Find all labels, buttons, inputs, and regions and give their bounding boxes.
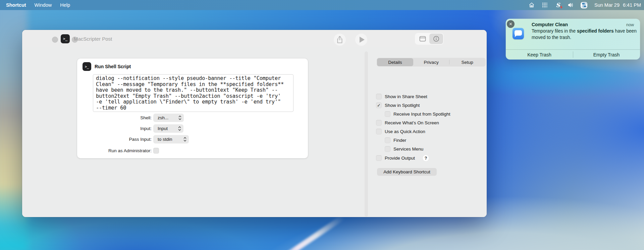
shell-label: Shell: (77, 115, 153, 120)
popup-chevrons-icon (183, 137, 186, 142)
popup-chevrons-icon (178, 115, 181, 120)
sidebar-tabs: Details Privacy Setup (377, 58, 486, 67)
empty-trash-button[interactable]: Empty Trash (573, 50, 640, 59)
option-show-in-spotlight[interactable]: ✓ Show in Spotlight (376, 102, 420, 108)
keep-trash-button[interactable]: Keep Trash (506, 50, 573, 59)
shortcut-app-icon: >_ (61, 34, 70, 43)
option-label: Show in Spotlight (385, 103, 420, 108)
share-button[interactable] (334, 34, 346, 46)
script-line: Clean" --message "Temporary files in the… (96, 82, 290, 88)
window-title: MacScripter Post (74, 30, 112, 47)
menu-bar: Shortcut Window Help S (0, 0, 644, 10)
share-icon (336, 36, 343, 44)
canvas-toggle-button[interactable] (416, 34, 429, 44)
canvas-scrollbar[interactable] (365, 51, 368, 217)
services-menu-checkbox[interactable]: ✓ (385, 146, 390, 152)
tab-setup[interactable]: Setup (449, 58, 485, 66)
pass-input-popup-value: to stdin (158, 137, 172, 142)
clock-date: Sun Mar 29 (594, 2, 620, 8)
desktop: Shortcut Window Help S (0, 0, 644, 250)
option-services-menu[interactable]: ✓ Services Menu (385, 146, 423, 152)
view-toggle-group (415, 33, 444, 45)
notification-timestamp: now (626, 23, 634, 27)
info-toggle-button[interactable] (429, 34, 443, 44)
option-label: Show in Share Sheet (385, 94, 427, 99)
popup-chevrons-icon (178, 126, 181, 131)
tab-details[interactable]: Details (377, 58, 413, 66)
option-receive-whats-on-screen[interactable]: ✓ Receive What’s On Screen (376, 120, 439, 126)
help-button[interactable]: ? (423, 155, 429, 161)
pass-input-popup[interactable]: to stdin (153, 135, 189, 143)
option-label: Finder (393, 138, 406, 143)
run-as-admin-label: Run as Administrator: (77, 148, 153, 153)
menu-shortcut[interactable]: Shortcut (6, 2, 26, 8)
option-label: Receive Input from Spotlight (393, 112, 450, 117)
messages-app-icon (513, 28, 524, 39)
option-label: Use as Quick Action (385, 129, 425, 134)
menu-help[interactable]: Help (60, 2, 70, 8)
run-as-admin-checkbox[interactable]: ✓ (153, 148, 159, 154)
script-line: button2text "Empty Trash" --button2actio… (96, 93, 290, 99)
clock-time: 6:41 PM (623, 2, 641, 8)
quick-action-checkbox[interactable]: ✓ (376, 129, 382, 134)
window-content: >_ Run Shell Script dialog --notificatio… (22, 47, 487, 217)
shell-popup[interactable]: zsh... (153, 114, 184, 122)
option-label: Services Menu (393, 147, 423, 152)
status-icons: S Sun Mar 29 6:41 PM (528, 2, 644, 8)
play-icon (360, 37, 365, 43)
script-line: dialog --notification --style pseudo-ban… (96, 76, 290, 82)
option-label: Provide Output (385, 156, 415, 161)
finder-checkbox[interactable]: ✓ (385, 137, 390, 143)
action-header: >_ Run Shell Script (83, 62, 131, 71)
input-popup-value: Input (158, 126, 168, 131)
chat-bubble-icon (515, 30, 522, 36)
s-bolt-icon[interactable]: S (554, 2, 561, 8)
notification-body: Temporary files in the specified folders… (532, 28, 637, 41)
close-window-button[interactable] (52, 37, 58, 43)
shell-script-icon: >_ (83, 62, 91, 71)
menu-bar-menus: Shortcut Window Help (0, 2, 70, 8)
notification-banner[interactable]: ✕ Computer Clean now Temporary files in … (506, 19, 640, 59)
shortcuts-editor-window: >_ MacScripter Post (22, 30, 487, 217)
window-titlebar[interactable]: >_ MacScripter Post (22, 30, 487, 47)
shell-popup-value: zsh... (158, 115, 168, 120)
tab-privacy[interactable]: Privacy (413, 58, 449, 66)
menu-window[interactable]: Window (35, 2, 52, 8)
run-shortcut-button[interactable] (355, 34, 367, 46)
provide-output-checkbox[interactable]: ✓ (376, 155, 382, 161)
run-shell-script-action-card[interactable]: >_ Run Shell Script dialog --notificatio… (77, 58, 308, 158)
shell-script-editor[interactable]: dialog --notification --style pseudo-ban… (93, 74, 293, 112)
pass-input-label: Pass Input: (77, 137, 153, 142)
app-grid-icon[interactable] (541, 2, 548, 8)
notification-actions: Keep Trash Empty Trash (506, 50, 640, 59)
share-sheet-checkbox[interactable]: ✓ (376, 94, 382, 99)
add-keyboard-shortcut-button[interactable]: Add Keyboard Shortcut (377, 168, 437, 176)
notification-title: Computer Clean (532, 22, 568, 27)
script-line: --timer 60 (96, 105, 290, 111)
notification-close-button[interactable]: ✕ (507, 20, 515, 28)
spotlight-checkbox[interactable]: ✓ (376, 102, 382, 108)
script-line: -e 'tell application \"Finder\" to empty… (96, 99, 290, 105)
option-use-as-quick-action[interactable]: ✓ Use as Quick Action (376, 129, 425, 134)
option-label: Receive What’s On Screen (385, 120, 439, 125)
input-label: Input: (77, 126, 153, 131)
menu-bar-clock[interactable]: Sun Mar 29 6:41 PM (594, 2, 641, 8)
option-receive-input-from-spotlight[interactable]: ✓ Receive Input from Spotlight (385, 111, 450, 117)
input-popup[interactable]: Input (153, 124, 183, 133)
option-provide-output[interactable]: ✓ Provide Output ? (376, 155, 429, 161)
control-center-icon[interactable] (581, 2, 587, 8)
action-title: Run Shell Script (95, 64, 131, 69)
option-finder[interactable]: ✓ Finder (385, 137, 406, 143)
tab-divider (449, 60, 449, 65)
whats-on-screen-checkbox[interactable]: ✓ (376, 120, 382, 126)
script-line: have been moved to the trash." --button1… (96, 87, 290, 93)
option-show-in-share-sheet[interactable]: ✓ Show in Share Sheet (376, 94, 427, 99)
receive-input-checkbox[interactable]: ✓ (385, 111, 390, 117)
volume-icon[interactable] (568, 2, 574, 8)
home-icon[interactable] (528, 2, 535, 8)
